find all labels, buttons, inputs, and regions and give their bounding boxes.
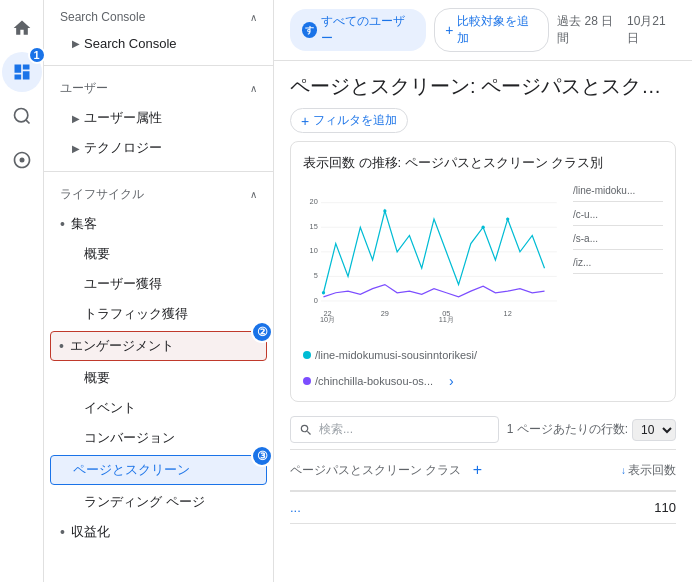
traffic-acq-label: トラフィック獲得 <box>84 305 188 323</box>
chart-right-labels: /line-midoku... /c-u... /s-a... /iz... <box>573 180 663 389</box>
svg-point-13 <box>383 209 386 212</box>
svg-point-1 <box>19 158 24 163</box>
plus-icon: + <box>301 113 309 129</box>
legend-dot-1 <box>303 351 311 359</box>
segment-icon: す <box>302 22 317 38</box>
table-area: 検索... 1 ページあたりの行数: 10 25 50 ページパスとスクリーン … <box>290 410 676 524</box>
sidebar-item-conversion[interactable]: コンバージョン <box>44 423 273 453</box>
search-row: 検索... 1 ページあたりの行数: 10 25 50 <box>290 410 676 450</box>
monetize-label: 収益化 <box>71 523 110 541</box>
svg-text:10: 10 <box>310 246 318 255</box>
right-label-1: /c-u... <box>573 208 663 226</box>
user-chevron: ∧ <box>250 83 257 94</box>
sidebar-item-user-attr[interactable]: ▶ ユーザー属性 <box>44 103 273 133</box>
svg-text:5: 5 <box>314 271 318 280</box>
home-icon[interactable] <box>2 8 42 48</box>
sort-icon: ↓ <box>621 465 626 476</box>
arrow-icon: ▶ <box>72 143 80 154</box>
right-label-0: /line-midoku... <box>573 184 663 202</box>
sidebar-item-landing[interactable]: ランディング ページ <box>44 487 273 517</box>
svg-text:11月: 11月 <box>439 315 454 324</box>
svg-point-12 <box>322 291 325 294</box>
rows-select[interactable]: 10 25 50 <box>632 419 676 441</box>
svg-text:12: 12 <box>504 309 512 318</box>
rows-per-page: 1 ページあたりの行数: 10 25 50 <box>507 419 676 441</box>
search-console-section-label: Search Console <box>60 10 145 24</box>
user-section-header[interactable]: ユーザー ∧ <box>44 74 273 103</box>
technology-label: テクノロジー <box>84 139 162 157</box>
filter-bar: + フィルタを追加 <box>274 104 692 141</box>
sidebar-item-engagement[interactable]: • エンゲージメント ② <box>50 331 267 361</box>
content-area: 表示回数 の推移: ページパスとスクリーン クラス別 20 15 10 5 0 <box>274 141 692 582</box>
plus-icon: + <box>445 22 453 38</box>
conversion-label: コンバージョン <box>84 429 175 447</box>
svg-point-0 <box>14 109 27 122</box>
bullet-icon: • <box>60 216 65 232</box>
arrow-icon: ▶ <box>72 38 80 49</box>
sidebar-item-user-acq[interactable]: ユーザー獲得 <box>44 269 273 299</box>
col-views-label: 表示回数 <box>628 462 676 479</box>
date-range: 過去 28 日間 10月21日 <box>557 13 676 47</box>
legend-dot-2 <box>303 377 311 385</box>
events-label: イベント <box>84 399 136 417</box>
svg-text:29: 29 <box>381 309 389 318</box>
add-compare-button[interactable]: + 比較対象を追加 <box>434 8 549 52</box>
chart-title: 表示回数 の推移: ページパスとスクリーン クラス別 <box>303 154 663 172</box>
row-views-value: 110 <box>596 500 676 515</box>
add-filter-button[interactable]: + フィルタを追加 <box>290 108 408 133</box>
sidebar-item-events[interactable]: イベント <box>44 393 273 423</box>
lifecycle-chevron: ∧ <box>250 189 257 200</box>
legend-item-1: /line-midokumusi-sousinntorikesi/ <box>303 349 477 361</box>
svg-text:10月: 10月 <box>320 315 335 324</box>
icon-strip: 1 <box>0 0 44 582</box>
search-console-chevron: ∧ <box>250 12 257 23</box>
bullet-icon2: • <box>59 338 64 354</box>
add-compare-label: 比較対象を追加 <box>457 13 538 47</box>
sidebar-item-search-console[interactable]: ▶ Search Console <box>44 30 273 57</box>
chart-inner: 20 15 10 5 0 <box>303 180 663 389</box>
rows-label: 1 ページあたりの行数: <box>507 421 628 438</box>
topbar: す すべてのユーザー + 比較対象を追加 過去 28 日間 10月21日 <box>274 0 692 61</box>
lifecycle-section-header[interactable]: ライフサイクル ∧ <box>44 180 273 209</box>
sidebar-item-technology[interactable]: ▶ テクノロジー <box>44 133 273 163</box>
right-label-2: /s-a... <box>573 232 663 250</box>
svg-text:20: 20 <box>310 197 318 206</box>
user-acq-label: ユーザー獲得 <box>84 275 162 293</box>
lifecycle-section: ライフサイクル ∧ • 集客 概要 ユーザー獲得 トラフィック獲得 • エンゲー… <box>44 176 273 551</box>
legend-more-button[interactable]: › <box>449 373 454 389</box>
sidebar-item-overview1[interactable]: 概要 <box>44 239 273 269</box>
pages-screens-label: ページとスクリーン <box>73 461 258 479</box>
user-attr-label: ユーザー属性 <box>84 109 162 127</box>
col-page-header[interactable]: ページパスとスクリーン クラス + <box>290 458 596 482</box>
date-value: 10月21日 <box>627 13 676 47</box>
marketing-icon[interactable] <box>2 140 42 180</box>
lifecycle-label: ライフサイクル <box>60 186 144 203</box>
segment-chip[interactable]: す すべてのユーザー <box>290 9 426 51</box>
chart-legend: /line-midokumusi-sousinntorikesi/ /chinc… <box>303 349 565 389</box>
svg-text:15: 15 <box>310 222 318 231</box>
segment-label: すべてのユーザー <box>321 13 414 47</box>
main-content: す すべてのユーザー + 比較対象を追加 過去 28 日間 10月21日 ページ… <box>274 0 692 582</box>
table-header: ページパスとスクリーン クラス + ↓ 表示回数 <box>290 450 676 492</box>
search-console-section: Search Console ∧ ▶ Search Console <box>44 0 273 61</box>
sidebar-item-acquisition[interactable]: • 集客 <box>44 209 273 239</box>
sidebar-item-pages-screens[interactable]: ページとスクリーン ③ <box>50 455 267 485</box>
add-metric-button[interactable]: + <box>465 458 489 482</box>
landing-label: ランディング ページ <box>84 493 205 511</box>
col-views-header[interactable]: ↓ 表示回数 <box>596 462 676 479</box>
user-section: ユーザー ∧ ▶ ユーザー属性 ▶ テクノロジー <box>44 70 273 167</box>
user-section-label: ユーザー <box>60 80 108 97</box>
sidebar-item-traffic-acq[interactable]: トラフィック獲得 <box>44 299 273 329</box>
engagement-label: エンゲージメント <box>70 337 258 355</box>
explore-icon[interactable] <box>2 96 42 136</box>
chart-svg: 20 15 10 5 0 <box>303 180 565 389</box>
right-label-3: /iz... <box>573 256 663 274</box>
search-console-header[interactable]: Search Console ∧ <box>44 4 273 30</box>
col-page-label: ページパスとスクリーン クラス <box>290 462 461 479</box>
pages-item-wrapper: ページとスクリーン ③ <box>50 455 267 485</box>
search-box[interactable]: 検索... <box>290 416 499 443</box>
sidebar-item-overview2[interactable]: 概要 <box>44 363 273 393</box>
sidebar-item-monetize[interactable]: • 収益化 <box>44 517 273 547</box>
reports-icon[interactable]: 1 <box>2 52 42 92</box>
legend-item-2: /chinchilla-bokusou-os... <box>303 375 433 387</box>
